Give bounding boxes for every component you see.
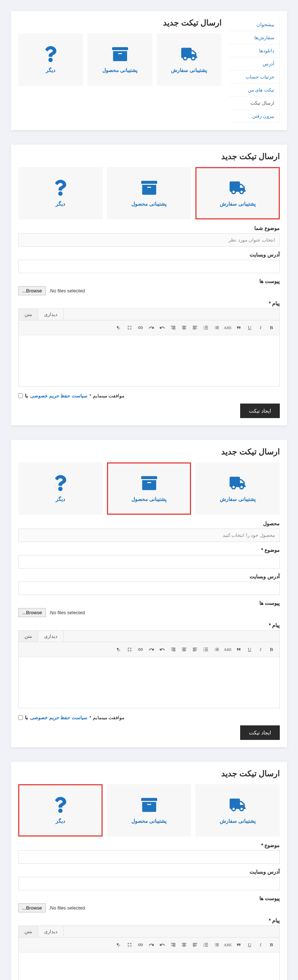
toolbar-align-right[interactable] xyxy=(169,645,178,654)
tab-visual[interactable]: دیداری xyxy=(38,631,64,642)
category-truck[interactable]: پشتیبانی سفارش xyxy=(195,784,280,837)
toolbar-underline[interactable]: U xyxy=(245,940,254,949)
website-input[interactable] xyxy=(18,582,280,595)
website-input[interactable] xyxy=(18,260,280,273)
toolbar-redo[interactable] xyxy=(147,323,156,332)
category-box[interactable]: پشتیبانی محصول xyxy=(107,784,191,837)
toolbar-pilcrow[interactable]: ¶‹ xyxy=(114,645,123,654)
product-select[interactable]: محصول خود را انتخاب کنید xyxy=(18,528,280,542)
toolbar-align-right[interactable] xyxy=(169,323,178,332)
toolbar-pilcrow[interactable]: ¶‹ xyxy=(114,940,123,949)
sidebar-item[interactable]: تیکت های من xyxy=(229,84,279,97)
tab-visual[interactable]: دیداری xyxy=(38,926,64,937)
toolbar-underline[interactable]: U xyxy=(245,323,254,332)
category-question[interactable]: دیگر xyxy=(18,462,103,515)
category-box[interactable]: پشتیبانی محصول xyxy=(107,462,191,515)
toolbar-redo[interactable] xyxy=(147,940,156,949)
toolbar-ordered-list[interactable] xyxy=(202,323,210,332)
privacy-link[interactable]: سیاست حفظ حریم خصوصی xyxy=(30,393,87,398)
toolbar-underline[interactable]: U xyxy=(245,645,254,654)
toolbar-quote[interactable] xyxy=(234,940,243,949)
browse-button[interactable]: Browse... xyxy=(18,286,46,295)
toolbar-bold[interactable]: B xyxy=(267,645,276,654)
subject-input[interactable] xyxy=(18,850,280,864)
label-website: آدرس وبسایت xyxy=(18,574,280,579)
toolbar-quote[interactable] xyxy=(234,645,243,654)
box-icon xyxy=(141,797,157,815)
toolbar-link[interactable] xyxy=(136,940,145,949)
sidebar-item[interactable]: پیشخوان xyxy=(229,18,279,31)
truck-icon xyxy=(229,797,246,815)
submit-button[interactable]: ایجاد تیکت xyxy=(240,725,280,740)
toolbar-unordered-list[interactable] xyxy=(213,645,221,654)
toolbar-link[interactable] xyxy=(136,645,145,654)
website-input[interactable] xyxy=(18,877,280,890)
toolbar-align-center[interactable] xyxy=(180,323,189,332)
agree-checkbox[interactable] xyxy=(18,393,23,398)
toolbar-abc[interactable]: ABE xyxy=(223,940,232,949)
category-truck[interactable]: پشتیبانی سفارش xyxy=(195,462,280,515)
browse-button[interactable]: Browse... xyxy=(18,608,46,617)
browse-button[interactable]: Browse... xyxy=(18,904,46,912)
editor: متندیداری¶‹ABEUIB xyxy=(18,309,280,387)
submit-button[interactable]: ایجاد تیکت xyxy=(240,404,280,418)
sidebar-item[interactable]: ارسال تیکت xyxy=(229,97,279,110)
editor-tabs: متندیداری xyxy=(19,631,279,642)
toolbar-italic[interactable]: I xyxy=(256,323,265,332)
toolbar-fullscreen[interactable] xyxy=(125,323,134,332)
toolbar-quote[interactable] xyxy=(234,323,243,332)
sidebar-item[interactable]: سفارش‌ها xyxy=(229,31,279,44)
editor-body[interactable] xyxy=(19,335,279,386)
toolbar-align-center[interactable] xyxy=(180,645,189,654)
toolbar-abc[interactable]: ABE xyxy=(223,323,232,332)
tab-text[interactable]: متن xyxy=(19,309,38,320)
toolbar-unordered-list[interactable] xyxy=(213,940,221,949)
truck-icon xyxy=(181,46,197,64)
privacy-link[interactable]: سیاست حفظ حریم خصوصی xyxy=(30,715,87,720)
toolbar-pilcrow[interactable]: ¶‹ xyxy=(114,323,123,332)
box-icon xyxy=(141,180,157,197)
box-icon xyxy=(112,46,128,64)
editor-toolbar: ¶‹ABEUIB xyxy=(19,642,279,657)
toolbar-redo[interactable] xyxy=(147,645,156,654)
tab-text[interactable]: متن xyxy=(19,926,38,937)
toolbar-undo[interactable] xyxy=(158,940,167,949)
category-truck[interactable]: پشتیبانی سفارش xyxy=(157,33,221,86)
sidebar-item[interactable]: دانلودها xyxy=(229,44,279,57)
tab-visual[interactable]: دیداری xyxy=(38,309,64,320)
toolbar-align-right[interactable] xyxy=(169,940,178,949)
category-question[interactable]: دیگر xyxy=(18,33,83,86)
toolbar-undo[interactable] xyxy=(158,323,167,332)
toolbar-bold[interactable]: B xyxy=(267,323,276,332)
category-truck[interactable]: پشتیبانی سفارش xyxy=(195,167,280,220)
toolbar-align-center[interactable] xyxy=(180,940,189,949)
sidebar-item[interactable]: بیرون رفتن xyxy=(229,110,279,123)
subject-select[interactable]: انتخاب عنوان مورد نظر xyxy=(18,233,280,247)
toolbar-italic[interactable]: I xyxy=(256,940,265,949)
subject-input[interactable] xyxy=(18,555,280,568)
toolbar-unordered-list[interactable] xyxy=(213,323,221,332)
editor-body[interactable] xyxy=(19,657,279,708)
sidebar-item[interactable]: جزئیات حساب xyxy=(229,70,279,84)
toolbar-abc[interactable]: ABE xyxy=(223,645,232,654)
toolbar-fullscreen[interactable] xyxy=(125,645,134,654)
toolbar-ordered-list[interactable] xyxy=(202,645,210,654)
toolbar-undo[interactable] xyxy=(158,645,167,654)
toolbar-link[interactable] xyxy=(136,323,145,332)
category-label: پشتیبانی محصول xyxy=(131,201,167,207)
toolbar-fullscreen[interactable] xyxy=(125,940,134,949)
toolbar-align-left[interactable] xyxy=(191,940,199,949)
category-box[interactable]: پشتیبانی محصول xyxy=(87,33,152,86)
toolbar-align-left[interactable] xyxy=(191,323,199,332)
agree-checkbox[interactable] xyxy=(18,715,23,720)
sidebar-item[interactable]: آدرس xyxy=(229,57,279,70)
tab-text[interactable]: متن xyxy=(19,631,38,642)
toolbar-ordered-list[interactable] xyxy=(202,940,210,949)
toolbar-italic[interactable]: I xyxy=(256,645,265,654)
toolbar-bold[interactable]: B xyxy=(267,940,276,949)
category-box[interactable]: پشتیبانی محصول xyxy=(107,167,191,220)
category-question[interactable]: دیگر xyxy=(18,167,103,220)
editor-body[interactable] xyxy=(19,952,279,980)
category-question[interactable]: دیگر xyxy=(18,784,103,837)
toolbar-align-left[interactable] xyxy=(191,645,199,654)
